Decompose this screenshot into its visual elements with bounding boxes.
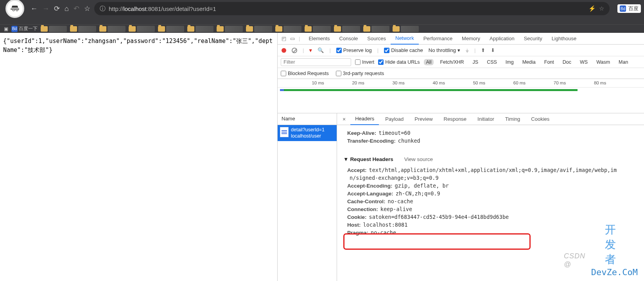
headers-body[interactable]: Keep-Alive:timeout=60 Transfer-Encoding:…	[337, 125, 644, 281]
ruler-tick: 50 ms	[473, 81, 485, 85]
bookmark-folder-10[interactable]	[305, 26, 331, 32]
chevron-down-icon: ▾	[457, 47, 460, 53]
preserve-log-checkbox[interactable]: Preserve log	[336, 47, 372, 53]
filter-toggle-icon[interactable]: ▾	[309, 47, 312, 53]
filter-type-doc[interactable]: Doc	[560, 59, 574, 65]
url-input[interactable]: ⓘ http://localhost:8081/user/detail?user…	[94, 2, 610, 15]
tab-sources[interactable]: Sources	[362, 36, 391, 41]
tab-application[interactable]: Application	[485, 36, 519, 41]
toggle-sidebar-icon[interactable]: ▣	[4, 26, 8, 32]
record-button[interactable]	[282, 48, 286, 53]
filter-type-font[interactable]: Font	[542, 59, 556, 65]
site-info-icon[interactable]: ⓘ	[100, 5, 106, 13]
dtab-initiator[interactable]: Initiator	[473, 116, 499, 122]
upload-icon[interactable]: ⬆	[481, 47, 485, 53]
tab-network[interactable]: Network	[391, 33, 419, 45]
device-toggle-icon[interactable]: ▭	[290, 36, 295, 41]
flash-icon[interactable]: ⚡	[588, 5, 596, 12]
reload-button[interactable]: ⟳	[54, 4, 60, 13]
view-source-link[interactable]: View source	[404, 156, 433, 162]
baidu-logo-icon: Bd	[620, 5, 626, 12]
request-row-selected[interactable]: detail?userId=1localhost/user	[278, 125, 337, 141]
tab-console[interactable]: Console	[335, 36, 363, 41]
blocked-requests-checkbox[interactable]: Blocked Requests	[281, 70, 329, 76]
dtab-response[interactable]: Response	[439, 116, 472, 122]
folder-icon	[334, 26, 341, 32]
inspect-element-icon[interactable]: ◰	[282, 36, 286, 41]
wifi-icon[interactable]: ⏚	[466, 47, 469, 53]
search-engine-chip[interactable]: Bd 百度	[617, 4, 641, 13]
folder-icon	[363, 26, 370, 32]
close-details-button[interactable]: ×	[339, 116, 349, 122]
dtab-preview[interactable]: Preview	[410, 116, 437, 122]
thirdparty-checkbox[interactable]: 3rd-party requests	[336, 70, 384, 76]
req-header-cache-control: Cache-Control:no-cache	[347, 198, 638, 204]
filter-type-css[interactable]: CSS	[484, 59, 499, 65]
bookmark-folder-13[interactable]	[393, 26, 419, 32]
download-icon[interactable]: ⬇	[491, 47, 495, 53]
devtools-panel: ◰ ▭ | Elements Console Sources Network P…	[277, 33, 644, 281]
bookmark-folder-5[interactable]	[158, 26, 184, 32]
ruler-tick: 80 ms	[594, 81, 606, 85]
forward-button[interactable]: →	[42, 5, 49, 13]
filter-type-ws[interactable]: WS	[578, 59, 590, 65]
bookmark-folder-1[interactable]	[41, 26, 67, 32]
tab-lighthouse[interactable]: Lighthouse	[547, 36, 581, 41]
search-engine-label: 百度	[628, 5, 639, 12]
filter-type-fetch[interactable]: Fetch/XHR	[438, 59, 466, 65]
dtab-cookies[interactable]: Cookies	[526, 116, 554, 122]
profile-avatar[interactable]	[5, 0, 24, 18]
dtab-payload[interactable]: Payload	[380, 116, 408, 122]
tab-elements[interactable]: Elements	[304, 36, 334, 41]
undo-nav-button[interactable]: ↶	[74, 4, 79, 13]
ruler-tick: 30 ms	[393, 81, 405, 85]
bookmark-folder-3[interactable]	[99, 26, 126, 32]
star-outline-icon[interactable]: ☆	[599, 5, 604, 12]
filter-type-all[interactable]: All	[424, 59, 434, 65]
request-headers-section[interactable]: ▼ Request Headers	[343, 156, 393, 162]
request-details-pane: × Headers Payload Preview Response Initi…	[337, 113, 644, 281]
bookmark-folder-12[interactable]	[363, 26, 389, 32]
bookmark-folder-8[interactable]	[246, 26, 272, 32]
resp-header-keepalive: Keep-Alive:timeout=60	[347, 130, 638, 136]
req-header-connection: Connection:keep-alive	[347, 206, 638, 212]
dtab-timing[interactable]: Timing	[500, 116, 525, 122]
invert-checkbox[interactable]: Invert	[355, 59, 374, 65]
bookmark-folder-2[interactable]	[70, 26, 96, 32]
tab-security[interactable]: Security	[519, 36, 547, 41]
disable-cache-checkbox[interactable]: Disable cache	[384, 47, 423, 53]
filter-type-manifest[interactable]: Man	[616, 59, 630, 65]
browser-chrome: ← → ⟳ ⌂ ↶ ☆ ⓘ http://localhost:8081/user…	[0, 0, 644, 24]
bookmark-folder-7[interactable]	[217, 26, 243, 32]
hide-data-urls-checkbox[interactable]: Hide data URLs	[378, 59, 420, 65]
bookmark-folder-11[interactable]	[334, 26, 360, 32]
filter-type-media[interactable]: Media	[520, 59, 538, 65]
waterfall-ruler: 10 ms 20 ms 30 ms 40 ms 50 ms 60 ms 70 m…	[278, 79, 644, 88]
detail-tabs: × Headers Payload Preview Response Initi…	[337, 113, 644, 125]
filter-type-wasm[interactable]: Wasm	[594, 59, 612, 65]
bookmark-star-icon[interactable]: ☆	[84, 4, 90, 13]
folder-icon	[41, 26, 48, 32]
throttle-select[interactable]: No throttling ▾	[429, 47, 460, 53]
bookmark-folder-4[interactable]	[129, 26, 155, 32]
filter-input[interactable]	[281, 58, 351, 66]
ruler-tick: 40 ms	[433, 81, 445, 85]
ruler-tick: 60 ms	[513, 81, 526, 85]
tab-memory[interactable]: Memory	[457, 36, 485, 41]
dtab-headers[interactable]: Headers	[350, 113, 379, 125]
bookmark-folder-6[interactable]	[187, 26, 213, 32]
back-button[interactable]: ←	[30, 5, 38, 13]
filter-type-js[interactable]: JS	[470, 59, 481, 65]
bookmark-folder-9[interactable]	[275, 26, 301, 32]
resp-header-te: Transfer-Encoding:chunked	[347, 138, 638, 144]
home-button[interactable]: ⌂	[65, 5, 69, 13]
waterfall-overview[interactable]: 10 ms 20 ms 30 ms 40 ms 50 ms 60 ms 70 m…	[278, 79, 644, 113]
folder-icon	[305, 26, 312, 32]
clear-button[interactable]	[292, 48, 297, 53]
tab-performance[interactable]: Performance	[419, 36, 457, 41]
filter-type-img[interactable]: Img	[503, 59, 516, 65]
incognito-icon	[10, 4, 20, 14]
search-icon[interactable]: 🔍	[318, 47, 324, 53]
name-column-header[interactable]: Name	[278, 113, 337, 125]
bookmark-baidu[interactable]: Bd百度一下	[11, 25, 38, 32]
